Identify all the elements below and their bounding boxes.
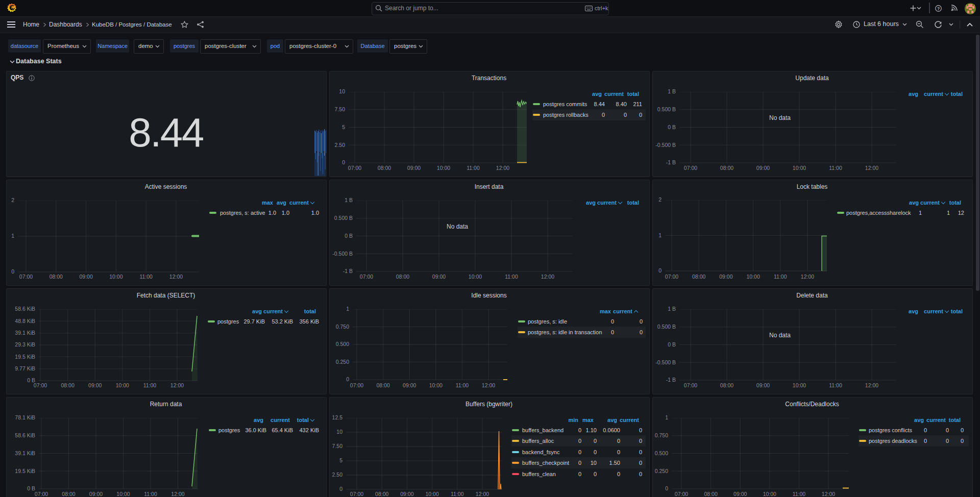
svg-text:?: ? <box>937 6 940 11</box>
